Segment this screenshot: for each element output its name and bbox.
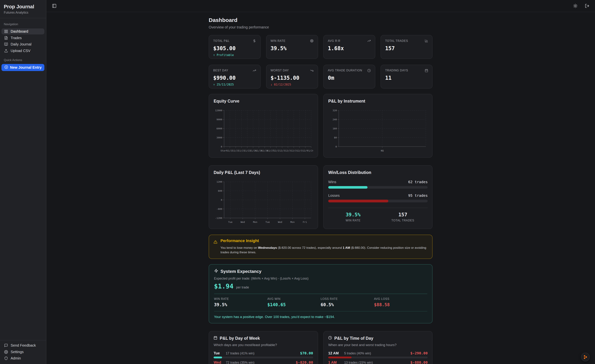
stat-card-total-trades: TOTAL TRADES157 <box>381 35 432 59</box>
stat-value: $-1135.00 <box>271 75 313 81</box>
stat-value: 39.5% <box>271 45 313 51</box>
new-journal-entry-button[interactable]: New Journal Entry <box>1 64 44 71</box>
win-rate-label: WIN RATE <box>328 219 378 222</box>
plus-circle-icon <box>4 65 8 69</box>
svg-text:3000: 3000 <box>217 136 222 139</box>
svg-text:12000: 12000 <box>215 109 222 112</box>
svg-text:600: 600 <box>218 190 222 192</box>
pnl-by-time-card: P&L by Time of Day When are your best an… <box>323 331 432 364</box>
log-out-icon <box>585 4 589 8</box>
stat-cards-grid: TOTAL P&L$305.00↑ ProfitableWIN RATE39.5… <box>209 35 432 88</box>
dollar-icon <box>253 39 256 43</box>
wins-label: Wins <box>328 180 336 184</box>
sidebar-item-admin[interactable]: Admin <box>1 355 44 361</box>
expectancy-formula: Expected profit per trade: (Win% × Avg W… <box>214 277 427 280</box>
clock-icon <box>328 336 332 341</box>
losses-count: 95 trades <box>408 193 428 198</box>
svg-text:12/9: 12/9 <box>303 149 308 152</box>
sidebar-nav: DashboardTradesDaily JournalUpload CSV <box>0 28 46 54</box>
svg-text:1200: 1200 <box>217 180 222 183</box>
equity-curve-card: Equity Curve 030006000900012000Start11/2… <box>209 94 318 158</box>
stat-sub: ↑ Profitable <box>213 53 256 57</box>
zap-icon <box>214 269 218 274</box>
system-expectancy-panel: System Expectancy Expected profit per tr… <box>209 264 432 323</box>
stat-value: $990.00 <box>213 75 256 81</box>
page-subtitle: Overview of your trading performance <box>209 25 432 29</box>
expectancy-title: System Expectancy <box>220 269 261 274</box>
daily-pnl-card: Daily P&L (Last 7 Days) -1200-6000600120… <box>209 165 318 229</box>
equity-curve-title: Equity Curve <box>213 99 313 104</box>
sidebar-item-trades[interactable]: Trades <box>1 35 44 41</box>
svg-text:Tue: Tue <box>266 221 270 223</box>
pnl-by-instrument-axes: 080160240320NQ <box>328 108 428 154</box>
svg-text:12/3: 12/3 <box>297 149 303 152</box>
svg-text:Mon: Mon <box>290 221 295 223</box>
pnl-by-instrument-card: P&L by Instrument 080160240320NQ <box>323 94 432 158</box>
svg-text:160: 160 <box>333 127 337 130</box>
sidebar-toggle-button[interactable] <box>51 3 57 9</box>
devtools-floating-button[interactable] <box>581 353 590 361</box>
insight-body: You tend to lose money on Wednesdays ($-… <box>220 245 428 255</box>
total-trades-value: 157 <box>378 212 428 217</box>
svg-text:-1200: -1200 <box>215 217 222 219</box>
plus-circle-icon <box>4 65 8 70</box>
nav-section-label: Navigation <box>0 22 46 26</box>
expectancy-stats: WIN RATE39.5%AVG WIN$140.65LOSS RATE60.5… <box>214 297 427 307</box>
calendar-icon <box>213 336 217 341</box>
theme-toggle-button[interactable] <box>572 3 578 9</box>
zap-icon <box>214 269 218 273</box>
upload-icon <box>4 49 8 53</box>
sidebar-item-send-feedback[interactable]: Send Feedback <box>1 343 44 349</box>
equity-curve-axes: 030006000900012000Start11/2111/2111/2111… <box>213 108 313 154</box>
devtools-logo-icon <box>582 354 588 360</box>
equity-curve-chart: 030006000900012000Start11/2111/2111/2111… <box>213 108 313 156</box>
stat-card-total-p-l: TOTAL P&L$305.00↑ Profitable <box>209 35 261 59</box>
stat-sub: ↑ 25/11/2025 <box>213 83 256 86</box>
pnl-by-day-title: P&L by Day of Week <box>220 336 260 341</box>
pl-bar-fill <box>328 357 351 358</box>
svg-text:80: 80 <box>334 136 337 139</box>
expectancy-footer: Your system has a positive edge. Over 10… <box>214 315 427 319</box>
sidebar-item-daily-journal[interactable]: Daily Journal <box>1 41 44 48</box>
stat-value: 1.68x <box>328 45 371 51</box>
page-title: Dashboard <box>209 17 432 23</box>
svg-text:12/3: 12/3 <box>279 149 285 152</box>
app-title: Prop Journal <box>4 4 42 10</box>
expectancy-stat-loss-rate: LOSS RATE60.5% <box>321 297 374 307</box>
book-open-icon <box>4 43 8 46</box>
expectancy-divider <box>214 311 427 311</box>
wins-count: 62 trades <box>408 180 428 184</box>
pl-row-wed: Wed72 trades (35% win)$-820.00 <box>213 360 313 364</box>
expectancy-divider <box>214 293 427 294</box>
pl-bar-fill <box>213 357 222 358</box>
main-area: Dashboard Overview of your trading perfo… <box>46 0 595 364</box>
quick-actions-label: Quick Actions <box>0 58 46 62</box>
content-scroll-area[interactable]: Dashboard Overview of your trading perfo… <box>46 12 595 364</box>
losses-bar-track <box>328 200 428 202</box>
logout-button[interactable] <box>584 3 590 9</box>
svg-text:12/3: 12/3 <box>291 149 297 152</box>
sidebar-footer: Send FeedbackSettingsAdmin <box>0 340 46 364</box>
sidebar-item-upload-csv[interactable]: Upload CSV <box>1 48 44 54</box>
expectancy-stat-avg-win: AVG WIN$140.65 <box>267 297 321 307</box>
pl-row-1-am: 1 AM13 trades (15% win)$-880.00 <box>328 360 428 364</box>
expectancy-value: $1.94 <box>214 282 234 290</box>
sidebar-item-dashboard[interactable]: Dashboard <box>1 29 44 35</box>
sun-icon <box>573 4 578 8</box>
clock-icon <box>367 69 371 72</box>
settings-icon <box>4 350 8 354</box>
losses-bar-fill <box>328 200 388 202</box>
total-trades-label: TOTAL TRADES <box>378 219 428 222</box>
pnl-by-time-rows: 12 AM5 trades (40% win)$-290.001 AM13 tr… <box>328 351 428 364</box>
stat-sub: ↓ 02/12/2025 <box>271 83 313 86</box>
stat-card-avg-trade-duration: AVG TRADE DURATION0m <box>323 65 375 89</box>
svg-text:Fri: Fri <box>303 221 307 223</box>
stat-card-worst-day: WORST DAY$-1135.00↓ 02/12/2025 <box>266 65 318 89</box>
sidebar-item-settings[interactable]: Settings <box>1 349 44 355</box>
shield-icon <box>4 356 8 360</box>
app-subtitle: Futures Analytics <box>4 11 42 14</box>
target-icon <box>310 39 313 43</box>
daily-pnl-chart: -1200-60006001200TueWedMonTueWedMonFri <box>213 179 313 227</box>
alert-triangle-icon <box>213 238 217 255</box>
svg-text:11/27: 11/27 <box>267 149 274 152</box>
